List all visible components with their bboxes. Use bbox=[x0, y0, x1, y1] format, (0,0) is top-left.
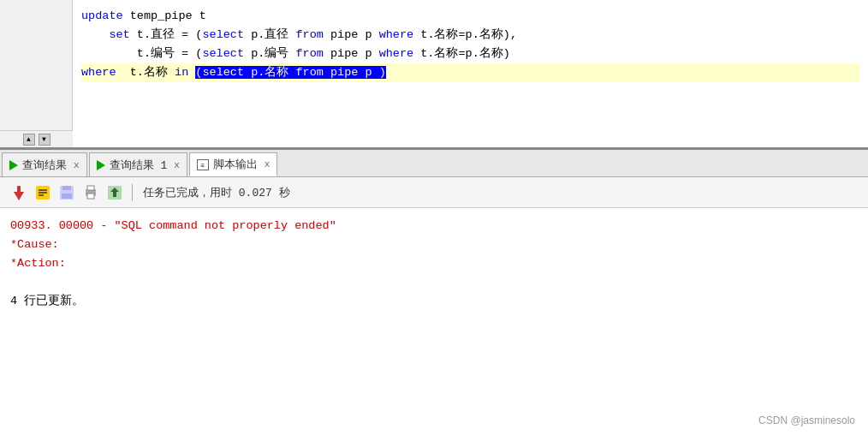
tab-query-result[interactable]: 查询结果 x bbox=[2, 152, 87, 176]
bottom-panel: 查询结果 x 查询结果 1 x ≡ 脚本输出 x bbox=[0, 150, 868, 435]
export-icon bbox=[107, 185, 122, 200]
output-area: 00933. 00000 - "SQL command not properly… bbox=[0, 208, 868, 435]
output-line-5: 4 行已更新。 bbox=[10, 292, 858, 311]
code-editor[interactable]: update temp_pipe t set t.直径 = (select p.… bbox=[73, 0, 868, 147]
watermark: CSDN @jasminesolo bbox=[758, 414, 855, 426]
edit-icon bbox=[35, 185, 51, 200]
tab-play-icon-1 bbox=[9, 160, 18, 170]
code-line-2: set t.直径 = (select p.直径 from pipe p wher… bbox=[81, 26, 859, 45]
svg-rect-9 bbox=[62, 194, 72, 199]
scroll-up-btn[interactable]: ▲ bbox=[23, 134, 35, 146]
print-icon bbox=[83, 185, 98, 200]
svg-rect-8 bbox=[62, 186, 71, 190]
pin-icon bbox=[11, 185, 27, 200]
tab-close-1[interactable]: x bbox=[74, 160, 80, 170]
output-line-4 bbox=[10, 273, 858, 292]
tabs-bar: 查询结果 x 查询结果 1 x ≡ 脚本输出 x bbox=[0, 150, 868, 177]
code-line-1: update temp_pipe t bbox=[81, 7, 859, 26]
toolbar-separator bbox=[132, 184, 133, 201]
output-line-2: *Cause: bbox=[10, 235, 858, 254]
scroll-down-btn[interactable]: ▼ bbox=[39, 134, 51, 146]
tab-script-icon: ≡ bbox=[197, 159, 209, 170]
svg-rect-11 bbox=[87, 186, 94, 190]
save-icon bbox=[59, 185, 74, 200]
tab-label-3: 脚本输出 bbox=[213, 157, 258, 172]
toolbar: 任务已完成，用时 0.027 秒 bbox=[0, 177, 868, 208]
output-line-3: *Action: bbox=[10, 254, 858, 273]
save-button[interactable] bbox=[56, 182, 77, 203]
output-line-1: 00933. 00000 - "SQL command not properly… bbox=[10, 217, 858, 235]
tab-play-icon-2 bbox=[97, 160, 105, 170]
tab-label-1: 查询结果 bbox=[22, 158, 67, 173]
tab-close-2[interactable]: x bbox=[174, 160, 180, 170]
code-line-3: t.编号 = (select p.编号 from pipe p where t.… bbox=[81, 45, 859, 63]
export-button[interactable] bbox=[104, 182, 125, 203]
svg-rect-12 bbox=[87, 194, 94, 199]
line-numbers: ▲ ▼ bbox=[0, 0, 73, 147]
code-line-4: where t.名称 in (select p.名称 from pipe p ) bbox=[81, 63, 859, 82]
tab-label-2: 查询结果 1 bbox=[110, 158, 168, 173]
tab-query-result-1[interactable]: 查询结果 1 x bbox=[89, 152, 187, 176]
edit-button[interactable] bbox=[33, 182, 53, 203]
tab-script-output[interactable]: ≡ 脚本输出 x bbox=[189, 152, 278, 176]
toolbar-status: 任务已完成，用时 0.027 秒 bbox=[143, 185, 290, 200]
print-button[interactable] bbox=[80, 182, 101, 203]
scroll-arrows[interactable]: ▲ ▼ bbox=[0, 130, 73, 147]
tab-close-3[interactable]: x bbox=[265, 159, 271, 170]
pin-button[interactable] bbox=[9, 182, 29, 203]
editor-area: ▲ ▼ update temp_pipe t set t.直径 = (selec… bbox=[0, 0, 868, 150]
